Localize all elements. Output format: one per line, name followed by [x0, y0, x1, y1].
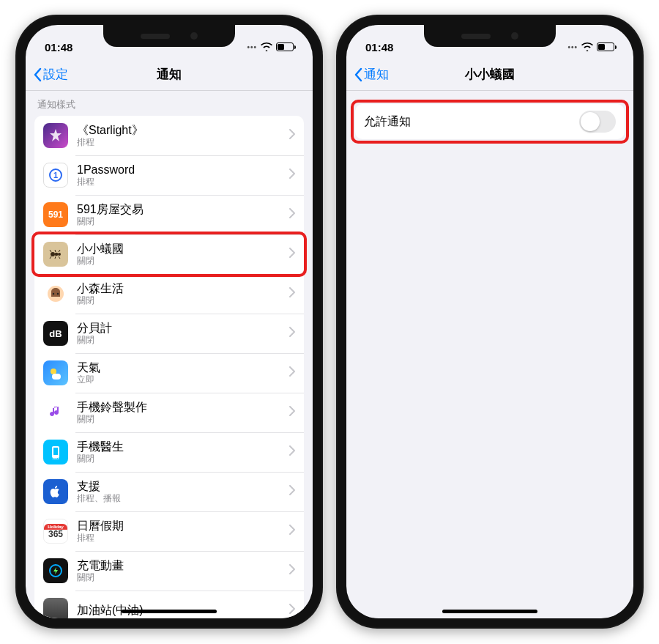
- back-label: 設定: [43, 66, 68, 83]
- app-name: 手機醫生: [77, 440, 289, 454]
- home-indicator[interactable]: [442, 610, 537, 613]
- row-text: 小小蟻國關閉: [77, 242, 289, 267]
- app-row[interactable]: 加油站(中油): [34, 591, 304, 618]
- settings-list: 允許通知: [355, 104, 625, 139]
- back-button[interactable]: 設定: [26, 66, 68, 83]
- app-row[interactable]: 支援排程、播報: [34, 472, 304, 511]
- app-row[interactable]: 11Password排程: [34, 155, 304, 195]
- back-button[interactable]: 通知: [346, 66, 389, 83]
- svg-point-1: [55, 253, 59, 256]
- app-name: 小小蟻國: [77, 242, 289, 256]
- app-icon-support: [43, 479, 68, 504]
- app-row[interactable]: 天氣立即: [34, 353, 304, 393]
- notch: [103, 25, 235, 47]
- app-status: 關閉: [77, 295, 289, 306]
- status-icons: •••: [247, 42, 294, 51]
- app-name: 小森生活: [77, 281, 289, 295]
- app-row[interactable]: 《Starlight》排程: [34, 116, 304, 155]
- app-row[interactable]: 小小蟻國關閉: [34, 234, 304, 274]
- app-row[interactable]: 手機鈴聲製作關閉: [34, 393, 304, 432]
- app-status: 排程: [77, 177, 289, 187]
- row-text: 591房屋交易關閉: [77, 202, 289, 227]
- app-icon-ringtone: [43, 400, 68, 425]
- status-dots: •••: [247, 43, 257, 51]
- svg-point-0: [51, 252, 55, 256]
- back-label: 通知: [364, 66, 389, 83]
- app-row[interactable]: Holiday365日曆假期排程: [34, 511, 304, 551]
- app-row[interactable]: 591591房屋交易關閉: [34, 195, 304, 234]
- allow-label: 允許通知: [364, 114, 579, 128]
- row-text: 天氣立即: [77, 360, 289, 385]
- allow-notifications-row[interactable]: 允許通知: [355, 104, 625, 139]
- app-name: 充電動畫: [77, 558, 289, 572]
- nav-bar: 通知 小小蟻國: [346, 59, 633, 91]
- app-icon-calendar: Holiday365: [43, 519, 68, 544]
- page-title: 通知: [26, 66, 313, 83]
- app-icon-weather: [43, 360, 68, 385]
- row-text: 《Starlight》排程: [77, 123, 289, 148]
- wifi-icon: [581, 42, 593, 51]
- app-name: 支援: [77, 479, 289, 493]
- wifi-icon: [261, 42, 272, 51]
- status-dots: •••: [567, 43, 578, 51]
- app-name: 1Password: [77, 163, 289, 177]
- phone-right: 01:48 ••• 通知 小小蟻國 允許通知: [336, 15, 644, 629]
- app-icon-charge: [43, 558, 68, 583]
- row-text: 支援排程、播報: [77, 479, 289, 504]
- nav-bar: 設定 通知: [26, 59, 313, 91]
- app-status: 關閉: [77, 256, 289, 266]
- app-name: 日曆假期: [77, 519, 289, 533]
- chevron-right-icon: [289, 366, 295, 380]
- app-icon-phone-doctor: 2022: [43, 440, 68, 465]
- app-status: 關閉: [77, 572, 289, 582]
- app-row[interactable]: 2022手機醫生關閉: [34, 432, 304, 472]
- screen-left: 01:48 ••• 設定 通知 通知樣式 《Starlight》排程11Pass…: [26, 25, 313, 618]
- row-text: 日曆假期排程: [77, 519, 289, 544]
- row-text: 手機醫生關閉: [77, 440, 289, 465]
- chevron-right-icon: [289, 564, 295, 577]
- chevron-right-icon: [289, 525, 295, 538]
- svg-text:2022: 2022: [53, 456, 60, 460]
- row-text: 1Password排程: [77, 163, 289, 188]
- app-row[interactable]: dB分貝計關閉: [34, 314, 304, 353]
- status-time: 01:48: [365, 41, 393, 53]
- row-text: 小森生活關閉: [77, 281, 289, 306]
- chevron-right-icon: [289, 445, 295, 459]
- app-status: 立即: [77, 374, 289, 385]
- app-status: 關閉: [77, 335, 289, 345]
- chevron-right-icon: [289, 208, 295, 221]
- svg-point-6: [51, 369, 56, 374]
- phone-left: 01:48 ••• 設定 通知 通知樣式 《Starlight》排程11Pass…: [15, 15, 323, 629]
- allow-toggle[interactable]: [579, 111, 616, 133]
- chevron-right-icon: [289, 485, 295, 498]
- chevron-right-icon: [289, 129, 295, 142]
- row-text: 手機鈴聲製作關閉: [77, 400, 289, 425]
- app-icon-forest: [43, 281, 68, 306]
- app-status: 關閉: [77, 454, 289, 464]
- app-icon-db-meter: dB: [43, 321, 68, 346]
- app-status: 排程: [77, 533, 289, 543]
- app-name: 天氣: [77, 360, 289, 374]
- app-name: 手機鈴聲製作: [77, 400, 289, 414]
- chevron-right-icon: [289, 327, 295, 340]
- chevron-right-icon: [289, 169, 295, 182]
- battery-icon: [276, 42, 294, 51]
- home-indicator[interactable]: [122, 610, 217, 613]
- page-title: 小小蟻國: [346, 66, 633, 83]
- app-row[interactable]: 小森生活關閉: [34, 274, 304, 314]
- app-name: 《Starlight》: [77, 123, 289, 137]
- chevron-right-icon: [289, 248, 295, 261]
- chevron-left-icon: [33, 67, 42, 82]
- svg-point-4: [53, 293, 54, 295]
- status-icons: •••: [567, 42, 614, 51]
- app-row[interactable]: 充電動畫關閉: [34, 551, 304, 591]
- app-list[interactable]: 《Starlight》排程11Password排程591591房屋交易關閉小小蟻…: [34, 116, 304, 618]
- battery-icon: [597, 42, 614, 51]
- app-icon-591: 591: [43, 202, 68, 227]
- app-icon-starlight: [43, 123, 68, 148]
- chevron-right-icon: [289, 406, 295, 419]
- app-status: 排程、播報: [77, 493, 289, 503]
- svg-point-5: [57, 293, 59, 295]
- row-text: 分貝計關閉: [77, 321, 289, 346]
- app-status: 關閉: [77, 216, 289, 226]
